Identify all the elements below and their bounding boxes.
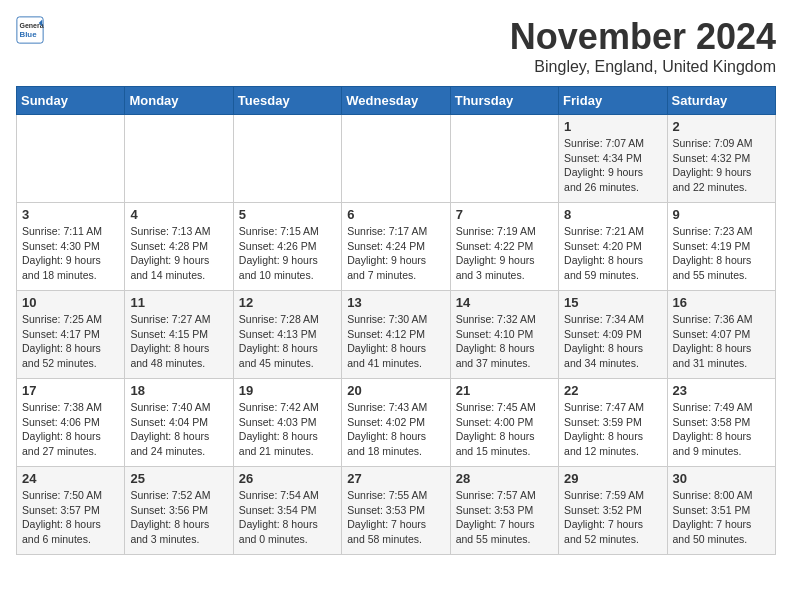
day-number: 4 (130, 207, 227, 222)
day-number: 30 (673, 471, 770, 486)
title-area: November 2024 Bingley, England, United K… (510, 16, 776, 76)
day-info: Sunrise: 7:40 AMSunset: 4:04 PMDaylight:… (130, 400, 227, 459)
day-cell (233, 115, 341, 203)
day-number: 22 (564, 383, 661, 398)
day-number: 8 (564, 207, 661, 222)
day-cell: 11Sunrise: 7:27 AMSunset: 4:15 PMDayligh… (125, 291, 233, 379)
day-info: Sunrise: 7:27 AMSunset: 4:15 PMDaylight:… (130, 312, 227, 371)
day-info: Sunrise: 7:23 AMSunset: 4:19 PMDaylight:… (673, 224, 770, 283)
day-number: 14 (456, 295, 553, 310)
day-cell: 6Sunrise: 7:17 AMSunset: 4:24 PMDaylight… (342, 203, 450, 291)
day-info: Sunrise: 7:17 AMSunset: 4:24 PMDaylight:… (347, 224, 444, 283)
day-info: Sunrise: 7:21 AMSunset: 4:20 PMDaylight:… (564, 224, 661, 283)
day-number: 15 (564, 295, 661, 310)
day-number: 27 (347, 471, 444, 486)
calendar-table: Sunday Monday Tuesday Wednesday Thursday… (16, 86, 776, 555)
logo-icon: General Blue (16, 16, 44, 44)
day-cell: 28Sunrise: 7:57 AMSunset: 3:53 PMDayligh… (450, 467, 558, 555)
logo: General Blue (16, 16, 44, 44)
header: General Blue November 2024 Bingley, Engl… (16, 16, 776, 76)
day-cell: 7Sunrise: 7:19 AMSunset: 4:22 PMDaylight… (450, 203, 558, 291)
day-cell: 2Sunrise: 7:09 AMSunset: 4:32 PMDaylight… (667, 115, 775, 203)
svg-text:Blue: Blue (20, 30, 38, 39)
day-number: 13 (347, 295, 444, 310)
day-cell: 15Sunrise: 7:34 AMSunset: 4:09 PMDayligh… (559, 291, 667, 379)
day-cell: 14Sunrise: 7:32 AMSunset: 4:10 PMDayligh… (450, 291, 558, 379)
day-cell: 21Sunrise: 7:45 AMSunset: 4:00 PMDayligh… (450, 379, 558, 467)
day-number: 7 (456, 207, 553, 222)
day-info: Sunrise: 7:54 AMSunset: 3:54 PMDaylight:… (239, 488, 336, 547)
day-cell: 3Sunrise: 7:11 AMSunset: 4:30 PMDaylight… (17, 203, 125, 291)
day-number: 19 (239, 383, 336, 398)
day-cell: 24Sunrise: 7:50 AMSunset: 3:57 PMDayligh… (17, 467, 125, 555)
day-cell: 16Sunrise: 7:36 AMSunset: 4:07 PMDayligh… (667, 291, 775, 379)
day-cell (17, 115, 125, 203)
day-cell: 29Sunrise: 7:59 AMSunset: 3:52 PMDayligh… (559, 467, 667, 555)
day-cell (125, 115, 233, 203)
day-cell: 8Sunrise: 7:21 AMSunset: 4:20 PMDaylight… (559, 203, 667, 291)
header-monday: Monday (125, 87, 233, 115)
day-cell: 18Sunrise: 7:40 AMSunset: 4:04 PMDayligh… (125, 379, 233, 467)
day-info: Sunrise: 7:47 AMSunset: 3:59 PMDaylight:… (564, 400, 661, 459)
day-cell: 27Sunrise: 7:55 AMSunset: 3:53 PMDayligh… (342, 467, 450, 555)
calendar-header-row: Sunday Monday Tuesday Wednesday Thursday… (17, 87, 776, 115)
header-saturday: Saturday (667, 87, 775, 115)
day-number: 3 (22, 207, 119, 222)
day-cell: 10Sunrise: 7:25 AMSunset: 4:17 PMDayligh… (17, 291, 125, 379)
day-cell: 19Sunrise: 7:42 AMSunset: 4:03 PMDayligh… (233, 379, 341, 467)
day-cell: 23Sunrise: 7:49 AMSunset: 3:58 PMDayligh… (667, 379, 775, 467)
day-info: Sunrise: 8:00 AMSunset: 3:51 PMDaylight:… (673, 488, 770, 547)
day-cell (342, 115, 450, 203)
day-number: 24 (22, 471, 119, 486)
day-number: 10 (22, 295, 119, 310)
day-number: 17 (22, 383, 119, 398)
day-number: 28 (456, 471, 553, 486)
day-number: 9 (673, 207, 770, 222)
day-cell: 9Sunrise: 7:23 AMSunset: 4:19 PMDaylight… (667, 203, 775, 291)
day-info: Sunrise: 7:34 AMSunset: 4:09 PMDaylight:… (564, 312, 661, 371)
header-sunday: Sunday (17, 87, 125, 115)
day-cell: 5Sunrise: 7:15 AMSunset: 4:26 PMDaylight… (233, 203, 341, 291)
week-row-3: 10Sunrise: 7:25 AMSunset: 4:17 PMDayligh… (17, 291, 776, 379)
day-info: Sunrise: 7:50 AMSunset: 3:57 PMDaylight:… (22, 488, 119, 547)
day-cell: 20Sunrise: 7:43 AMSunset: 4:02 PMDayligh… (342, 379, 450, 467)
day-number: 5 (239, 207, 336, 222)
day-number: 26 (239, 471, 336, 486)
day-cell: 13Sunrise: 7:30 AMSunset: 4:12 PMDayligh… (342, 291, 450, 379)
location-subtitle: Bingley, England, United Kingdom (510, 58, 776, 76)
day-info: Sunrise: 7:43 AMSunset: 4:02 PMDaylight:… (347, 400, 444, 459)
day-number: 6 (347, 207, 444, 222)
day-info: Sunrise: 7:49 AMSunset: 3:58 PMDaylight:… (673, 400, 770, 459)
day-number: 23 (673, 383, 770, 398)
day-info: Sunrise: 7:32 AMSunset: 4:10 PMDaylight:… (456, 312, 553, 371)
day-info: Sunrise: 7:07 AMSunset: 4:34 PMDaylight:… (564, 136, 661, 195)
week-row-4: 17Sunrise: 7:38 AMSunset: 4:06 PMDayligh… (17, 379, 776, 467)
day-number: 29 (564, 471, 661, 486)
day-info: Sunrise: 7:45 AMSunset: 4:00 PMDaylight:… (456, 400, 553, 459)
day-number: 1 (564, 119, 661, 134)
header-friday: Friday (559, 87, 667, 115)
day-number: 11 (130, 295, 227, 310)
header-thursday: Thursday (450, 87, 558, 115)
day-info: Sunrise: 7:11 AMSunset: 4:30 PMDaylight:… (22, 224, 119, 283)
day-info: Sunrise: 7:28 AMSunset: 4:13 PMDaylight:… (239, 312, 336, 371)
day-info: Sunrise: 7:30 AMSunset: 4:12 PMDaylight:… (347, 312, 444, 371)
day-info: Sunrise: 7:55 AMSunset: 3:53 PMDaylight:… (347, 488, 444, 547)
day-cell: 26Sunrise: 7:54 AMSunset: 3:54 PMDayligh… (233, 467, 341, 555)
day-info: Sunrise: 7:25 AMSunset: 4:17 PMDaylight:… (22, 312, 119, 371)
week-row-5: 24Sunrise: 7:50 AMSunset: 3:57 PMDayligh… (17, 467, 776, 555)
month-year-title: November 2024 (510, 16, 776, 58)
day-cell: 30Sunrise: 8:00 AMSunset: 3:51 PMDayligh… (667, 467, 775, 555)
week-row-2: 3Sunrise: 7:11 AMSunset: 4:30 PMDaylight… (17, 203, 776, 291)
day-info: Sunrise: 7:38 AMSunset: 4:06 PMDaylight:… (22, 400, 119, 459)
day-info: Sunrise: 7:36 AMSunset: 4:07 PMDaylight:… (673, 312, 770, 371)
day-cell (450, 115, 558, 203)
day-number: 18 (130, 383, 227, 398)
day-info: Sunrise: 7:42 AMSunset: 4:03 PMDaylight:… (239, 400, 336, 459)
day-cell: 1Sunrise: 7:07 AMSunset: 4:34 PMDaylight… (559, 115, 667, 203)
day-cell: 4Sunrise: 7:13 AMSunset: 4:28 PMDaylight… (125, 203, 233, 291)
day-number: 20 (347, 383, 444, 398)
day-cell: 17Sunrise: 7:38 AMSunset: 4:06 PMDayligh… (17, 379, 125, 467)
day-info: Sunrise: 7:09 AMSunset: 4:32 PMDaylight:… (673, 136, 770, 195)
day-info: Sunrise: 7:13 AMSunset: 4:28 PMDaylight:… (130, 224, 227, 283)
